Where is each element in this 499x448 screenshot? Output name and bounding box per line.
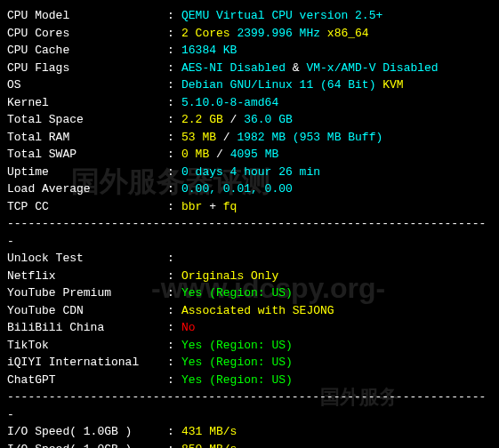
unlock-header-row: Unlock Test: bbox=[7, 250, 492, 268]
label: Kernel bbox=[7, 94, 167, 112]
value: Yes (Region: US) bbox=[181, 372, 293, 389]
tcp-cc-row: TCP CC: bbr + fq bbox=[7, 198, 492, 216]
cpu-model-row: CPU Model: QEMU Virtual CPU version 2.5+ bbox=[7, 7, 492, 25]
buff: (953 MB Buff) bbox=[286, 129, 382, 147]
iqiyi-row: iQIYI International: Yes (Region: US) bbox=[7, 354, 492, 372]
label: YouTube CDN bbox=[7, 302, 167, 320]
qdisc: fq bbox=[223, 198, 237, 216]
os: Debian GNU/Linux 11 (64 Bit) bbox=[181, 76, 375, 94]
label: Load Average bbox=[7, 180, 167, 198]
netflix-row: Netflix: Originals Only bbox=[7, 268, 492, 285]
value: Yes (Region: US) bbox=[181, 354, 293, 372]
label: iQIYI International bbox=[7, 354, 167, 372]
value: 431 MB/s bbox=[181, 423, 237, 441]
label: Uptime bbox=[7, 164, 167, 181]
used: 2.2 GB bbox=[181, 111, 223, 129]
label: Total Space bbox=[7, 111, 167, 129]
label: Total SWAP bbox=[7, 146, 167, 164]
total: 36.0 GB bbox=[244, 111, 293, 129]
label: CPU Model bbox=[7, 7, 167, 25]
label: CPU Cores bbox=[7, 25, 167, 43]
io-speed-row-1: I/O Speed( 1.0GB ): 431 MB/s bbox=[7, 423, 492, 441]
label: YouTube Premium bbox=[7, 284, 167, 302]
label: I/O Speed( 1.0GB ) bbox=[7, 423, 167, 441]
mhz: 2399.996 MHz bbox=[230, 25, 327, 43]
os-row: OS: Debian GNU/Linux 11 (64 Bit) KVM bbox=[7, 76, 492, 94]
value: QEMU Virtual CPU version 2.5+ bbox=[181, 7, 382, 25]
value: Yes (Region: US) bbox=[181, 284, 293, 302]
vmx: VM-x/AMD-V Disabled bbox=[306, 60, 438, 77]
value: 850 MB/s bbox=[181, 441, 237, 449]
youtube-premium-row: YouTube Premium: Yes (Region: US) bbox=[7, 284, 492, 302]
divider: ----------------------------------------… bbox=[7, 388, 492, 423]
used: 53 MB bbox=[181, 129, 216, 147]
cpu-cache-row: CPU Cache: 16384 KB bbox=[7, 42, 492, 60]
label: CPU Flags bbox=[7, 60, 167, 77]
arch: x86_64 bbox=[327, 25, 369, 43]
uptime-row: Uptime: 0 days 4 hour 26 min bbox=[7, 164, 492, 181]
total-ram-row: Total RAM: 53 MB / 1982 MB (953 MB Buff) bbox=[7, 129, 492, 147]
value: 0 days 4 hour 26 min bbox=[181, 164, 320, 181]
label: OS bbox=[7, 76, 167, 94]
cpu-cores-row: CPU Cores: 2 Cores 2399.996 MHz x86_64 bbox=[7, 25, 492, 43]
value: 0.00, 0.01, 0.00 bbox=[181, 180, 293, 198]
aes: AES-NI Disabled bbox=[181, 60, 286, 77]
value: Associated with SEJONG bbox=[181, 302, 334, 320]
label: CPU Cache bbox=[7, 42, 167, 60]
cpu-flags-row: CPU Flags: AES-NI Disabled & VM-x/AMD-V … bbox=[7, 60, 492, 77]
total: 4095 MB bbox=[230, 146, 279, 164]
value: Yes (Region: US) bbox=[181, 337, 293, 355]
bilibili-row: BiliBili China: No bbox=[7, 319, 492, 337]
total-swap-row: Total SWAP: 0 MB / 4095 MB bbox=[7, 146, 492, 164]
load-avg-row: Load Average: 0.00, 0.01, 0.00 bbox=[7, 180, 492, 198]
divider: ----------------------------------------… bbox=[7, 215, 492, 250]
value: 5.10.0-8-amd64 bbox=[181, 94, 278, 112]
kernel-row: Kernel: 5.10.0-8-amd64 bbox=[7, 94, 492, 112]
label: Netflix bbox=[7, 268, 167, 285]
tiktok-row: TikTok: Yes (Region: US) bbox=[7, 337, 492, 355]
total: 1982 MB bbox=[237, 129, 286, 147]
cc: bbr bbox=[181, 198, 202, 216]
label: Unlock Test bbox=[7, 250, 167, 268]
value: No bbox=[181, 319, 196, 337]
label: TikTok bbox=[7, 337, 167, 355]
label: BiliBili China bbox=[7, 319, 167, 337]
used: 0 MB bbox=[181, 146, 209, 164]
label: I/O Speed( 1.0GB ) bbox=[7, 441, 167, 449]
terminal-output: CPU Model: QEMU Virtual CPU version 2.5+… bbox=[7, 7, 492, 448]
virt: KVM bbox=[375, 76, 403, 94]
total-space-row: Total Space: 2.2 GB / 36.0 GB bbox=[7, 111, 492, 129]
cores: 2 Cores bbox=[181, 25, 230, 43]
value: Originals Only bbox=[181, 268, 278, 285]
value: 16384 KB bbox=[181, 42, 237, 60]
label: Total RAM bbox=[7, 129, 167, 147]
label: ChatGPT bbox=[7, 372, 167, 389]
chatgpt-row: ChatGPT: Yes (Region: US) bbox=[7, 372, 492, 389]
youtube-cdn-row: YouTube CDN: Associated with SEJONG bbox=[7, 302, 492, 320]
label: TCP CC bbox=[7, 198, 167, 216]
io-speed-row-2: I/O Speed( 1.0GB ): 850 MB/s bbox=[7, 441, 492, 449]
